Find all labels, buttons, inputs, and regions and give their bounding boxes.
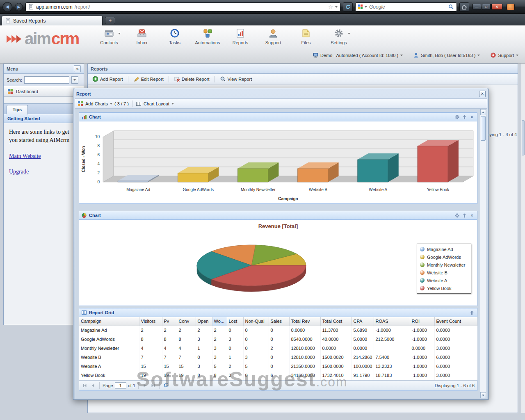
nav-item-contacts[interactable]: Contacts: [93, 26, 126, 45]
close-tool-icon[interactable]: ×: [469, 114, 475, 120]
link-upgrade[interactable]: Upgrade: [9, 168, 29, 176]
table-cell: 18.7183: [374, 371, 410, 380]
page-input[interactable]: [115, 382, 126, 389]
nav-item-label: Automations: [195, 40, 220, 45]
add-charts-caret-icon[interactable]: [110, 103, 112, 105]
view-report-button[interactable]: View Report: [218, 75, 254, 83]
grid-column-header[interactable]: ROI: [410, 317, 434, 326]
nav-item-support[interactable]: Support: [257, 26, 290, 45]
maximize-tool-icon[interactable]: [461, 114, 468, 120]
first-page-button[interactable]: [82, 382, 88, 389]
page-scrollbar[interactable]: [521, 64, 525, 413]
table-row[interactable]: Google AdWords888323008540.000040.00005.…: [79, 335, 477, 344]
search-engine-dropdown-icon[interactable]: [365, 6, 367, 8]
table-cell: Website B: [79, 353, 139, 362]
tab-tips[interactable]: Tips: [7, 105, 28, 114]
grid-column-header[interactable]: Lost: [227, 317, 243, 326]
nav-item-tasks[interactable]: Tasks: [158, 26, 191, 45]
modal-title: Report: [76, 91, 91, 96]
url-bar[interactable]: app.aimcrm.com/report/ ☆: [25, 2, 340, 11]
back-button[interactable]: ◀: [2, 2, 12, 12]
bar-chart-header[interactable]: Chart ×: [79, 113, 477, 121]
grid-column-header[interactable]: Non-Qual: [243, 317, 269, 326]
sidebar-item-dashboard[interactable]: Dashboard: [4, 86, 84, 97]
pencil-icon: [133, 76, 139, 82]
edit-report-button[interactable]: Edit Report: [131, 75, 166, 83]
gear-tool-icon[interactable]: [454, 212, 460, 219]
grid-column-header[interactable]: Total Cost: [320, 317, 352, 326]
nav-item-settings[interactable]: Settings: [322, 26, 355, 45]
nav-item-inbox[interactable]: Inbox: [126, 26, 158, 45]
nav-item-automations[interactable]: Automations: [191, 26, 224, 45]
grid-column-header[interactable]: Sales: [269, 317, 289, 326]
url-domain: app.aimcrm.com: [36, 4, 73, 10]
delete-report-button[interactable]: Delete Report: [172, 75, 212, 83]
settings-gear-icon: [333, 28, 344, 39]
modal-toolbar: Add Charts ( 3 / 7 ) Chart Layout: [75, 98, 487, 109]
maximize-tool-icon[interactable]: [461, 212, 468, 219]
refresh-button[interactable]: [343, 2, 353, 11]
browser-menu-icon[interactable]: [507, 4, 515, 10]
grid-column-header[interactable]: Campaign: [79, 317, 139, 326]
close-button[interactable]: ×: [491, 4, 502, 10]
maximize-button[interactable]: □: [482, 4, 491, 10]
grid-column-header[interactable]: Conv: [177, 317, 196, 326]
modal-scrollbar-thumb[interactable]: [481, 116, 486, 141]
gear-tool-icon[interactable]: [454, 114, 460, 120]
grid-header-row: CampaignVisitorsPvConvOpenWo...LostNon-Q…: [79, 317, 477, 326]
table-row[interactable]: Magazine Ad222220000.000011.37805.6890-1…: [79, 326, 477, 335]
add-icon: [92, 76, 98, 82]
table-row[interactable]: Monthly Newsletter4441300212810.00000.00…: [79, 344, 477, 353]
pie-chart-header[interactable]: Chart ×: [79, 211, 477, 220]
modal-scrollbar[interactable]: [480, 109, 486, 398]
scroll-up-button[interactable]: [480, 109, 486, 115]
new-tab-button[interactable]: +: [105, 17, 115, 24]
chart-layout-button[interactable]: Chart Layout: [144, 101, 169, 106]
report-grid-header[interactable]: Report Grid: [79, 308, 477, 317]
nav-item-files[interactable]: Files: [290, 26, 322, 45]
legend-item: Yellow Book: [417, 284, 471, 292]
toolbar-separator: [132, 100, 132, 107]
link-main-website[interactable]: Main Website: [9, 152, 41, 160]
grid-column-header[interactable]: Open: [196, 317, 212, 326]
collapse-sidebar-button[interactable]: «: [74, 65, 81, 72]
grid-column-header[interactable]: Pv: [162, 317, 177, 326]
magnifier-icon[interactable]: [448, 4, 454, 10]
grid-column-header[interactable]: CPA: [352, 317, 374, 326]
prev-page-button[interactable]: [90, 382, 96, 389]
table-cell: 1: [227, 353, 243, 362]
add-report-button[interactable]: Add Report: [90, 75, 125, 83]
add-charts-button[interactable]: Add Charts: [85, 101, 108, 106]
support-menu[interactable]: Support: [491, 52, 518, 58]
home-button[interactable]: [459, 2, 469, 11]
scroll-down-button[interactable]: [480, 392, 486, 398]
grid-column-header[interactable]: Total Rev: [289, 317, 320, 326]
page-scrollbar-thumb[interactable]: [522, 120, 525, 155]
tab-saved-reports[interactable]: Saved Reports: [2, 16, 103, 25]
modal-title-bar[interactable]: Report ×: [75, 89, 487, 98]
grid-column-header[interactable]: Visitors: [139, 317, 162, 326]
forward-button[interactable]: ▶: [15, 3, 23, 11]
search-box[interactable]: Google: [355, 2, 457, 11]
table-row[interactable]: Website B7770313012810.00001500.0020214.…: [79, 353, 477, 362]
bookmark-star-icon[interactable]: ☆: [328, 4, 333, 9]
minimize-button[interactable]: —: [472, 4, 481, 10]
svg-text:Website A: Website A: [369, 187, 387, 192]
chart-layout-caret-icon[interactable]: [171, 103, 174, 105]
legend-swatch-icon: [420, 247, 425, 251]
grid-column-header[interactable]: Event Count: [434, 317, 477, 326]
search-input[interactable]: [24, 76, 69, 84]
nav-item-reports[interactable]: Reports: [224, 26, 257, 45]
maximize-tool-icon[interactable]: [469, 310, 475, 316]
close-tool-icon[interactable]: ×: [469, 212, 475, 219]
account-selector[interactable]: Demo - Automated ( Account Id: 1080 ): [313, 52, 403, 58]
modal-close-button[interactable]: ×: [479, 91, 486, 97]
toolbar-separator: [128, 76, 128, 82]
grid-column-header[interactable]: Wo...: [212, 317, 227, 326]
user-menu[interactable]: Smith, Bob ( User Id:5163 ): [413, 52, 480, 58]
add-charts-icon: [78, 101, 83, 107]
search-dropdown-button[interactable]: [71, 76, 78, 84]
table-cell: 7.5400: [374, 353, 410, 362]
url-dropdown-icon[interactable]: [335, 6, 338, 8]
grid-column-header[interactable]: ROAS: [374, 317, 410, 326]
